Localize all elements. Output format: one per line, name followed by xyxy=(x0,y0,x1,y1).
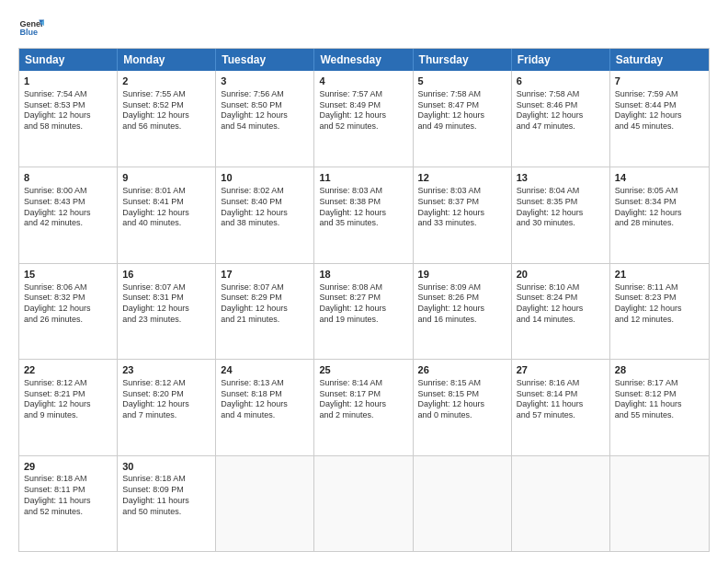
svg-text:Blue: Blue xyxy=(19,28,38,37)
calendar-cell-7: 7Sunrise: 7:59 AMSunset: 8:44 PMDaylight… xyxy=(610,71,709,167)
cell-line: Sunset: 8:35 PM xyxy=(517,197,605,208)
cell-line: Daylight: 12 hours xyxy=(615,304,704,315)
cell-line: Sunrise: 8:07 AM xyxy=(221,282,309,293)
cell-line: Sunset: 8:34 PM xyxy=(615,197,704,208)
calendar-cell-13: 13Sunrise: 8:04 AMSunset: 8:35 PMDayligh… xyxy=(512,167,610,262)
cell-line: and 54 minutes. xyxy=(221,121,309,132)
cell-line: Sunset: 8:24 PM xyxy=(517,293,605,304)
cell-line: Sunset: 8:20 PM xyxy=(122,389,210,400)
cell-line: Sunrise: 8:17 AM xyxy=(615,378,704,389)
calendar-cell-16: 16Sunrise: 8:07 AMSunset: 8:31 PMDayligh… xyxy=(118,264,216,359)
cell-line: Sunset: 8:41 PM xyxy=(122,197,210,208)
cell-line: Sunrise: 8:09 AM xyxy=(418,282,506,293)
cell-line: Daylight: 11 hours xyxy=(122,496,210,507)
header-day-tuesday: Tuesday xyxy=(216,49,314,71)
header-day-thursday: Thursday xyxy=(414,49,512,71)
calendar-cell-5: 5Sunrise: 7:58 AMSunset: 8:47 PMDaylight… xyxy=(414,71,512,167)
calendar-cell-22: 22Sunrise: 8:12 AMSunset: 8:21 PMDayligh… xyxy=(19,360,118,454)
day-number: 15 xyxy=(24,268,112,282)
cell-line: Sunset: 8:44 PM xyxy=(615,100,704,111)
cell-line: Daylight: 12 hours xyxy=(221,208,309,219)
day-number: 3 xyxy=(221,75,309,88)
page: General Blue SundayMondayTuesdayWednesda… xyxy=(0,0,728,563)
cell-line: and 56 minutes. xyxy=(122,121,210,132)
header-day-monday: Monday xyxy=(118,49,216,71)
cell-line: Sunrise: 8:00 AM xyxy=(24,186,112,197)
cell-line: Daylight: 12 hours xyxy=(122,208,210,219)
day-number: 28 xyxy=(615,363,704,377)
calendar-cell-empty-4-5 xyxy=(512,456,610,551)
cell-line: and 38 minutes. xyxy=(221,218,309,229)
cell-line: Daylight: 11 hours xyxy=(24,496,112,507)
day-number: 24 xyxy=(221,363,309,377)
cell-line: and 33 minutes. xyxy=(418,218,506,229)
cell-line: Sunset: 8:50 PM xyxy=(221,100,309,111)
cell-line: and 23 minutes. xyxy=(122,315,210,326)
calendar-cell-15: 15Sunrise: 8:06 AMSunset: 8:32 PMDayligh… xyxy=(19,264,118,359)
cell-line: and 16 minutes. xyxy=(418,315,506,326)
cell-line: Daylight: 12 hours xyxy=(319,208,407,219)
day-number: 21 xyxy=(615,268,704,282)
day-number: 14 xyxy=(615,171,704,185)
calendar-row-3: 15Sunrise: 8:06 AMSunset: 8:32 PMDayligh… xyxy=(19,263,709,359)
cell-line: Sunset: 8:46 PM xyxy=(517,100,605,111)
cell-line: Daylight: 12 hours xyxy=(24,399,112,410)
cell-line: and 2 minutes. xyxy=(319,410,407,421)
cell-line: and 7 minutes. xyxy=(122,410,210,421)
cell-line: Daylight: 12 hours xyxy=(221,304,309,315)
day-number: 22 xyxy=(24,363,112,377)
cell-line: Sunrise: 7:56 AM xyxy=(221,89,309,100)
cell-line: Daylight: 12 hours xyxy=(319,110,407,121)
cell-line: Sunrise: 7:55 AM xyxy=(122,89,210,100)
cell-line: Sunrise: 8:06 AM xyxy=(24,282,112,293)
cell-line: Sunset: 8:21 PM xyxy=(24,389,112,400)
calendar-body: 1Sunrise: 7:54 AMSunset: 8:53 PMDaylight… xyxy=(19,71,709,551)
cell-line: Daylight: 12 hours xyxy=(517,110,605,121)
day-number: 30 xyxy=(122,460,210,474)
calendar-cell-1: 1Sunrise: 7:54 AMSunset: 8:53 PMDaylight… xyxy=(19,71,118,167)
cell-line: Sunrise: 8:10 AM xyxy=(517,282,605,293)
cell-line: and 9 minutes. xyxy=(24,410,112,421)
calendar-cell-10: 10Sunrise: 8:02 AMSunset: 8:40 PMDayligh… xyxy=(216,167,314,262)
day-number: 29 xyxy=(24,460,112,474)
day-number: 10 xyxy=(221,171,309,185)
cell-line: and 40 minutes. xyxy=(122,218,210,229)
cell-line: and 52 minutes. xyxy=(24,507,112,518)
cell-line: and 58 minutes. xyxy=(24,121,112,132)
cell-line: Sunset: 8:40 PM xyxy=(221,197,309,208)
day-number: 17 xyxy=(221,268,309,282)
day-number: 16 xyxy=(122,268,210,282)
calendar-cell-25: 25Sunrise: 8:14 AMSunset: 8:17 PMDayligh… xyxy=(314,360,413,454)
header-day-saturday: Saturday xyxy=(610,49,709,71)
calendar-row-2: 8Sunrise: 8:00 AMSunset: 8:43 PMDaylight… xyxy=(19,167,709,262)
cell-line: Sunset: 8:32 PM xyxy=(24,293,112,304)
cell-line: Sunrise: 8:16 AM xyxy=(517,378,605,389)
cell-line: Sunset: 8:23 PM xyxy=(615,293,704,304)
day-number: 9 xyxy=(122,171,210,185)
calendar-cell-23: 23Sunrise: 8:12 AMSunset: 8:20 PMDayligh… xyxy=(118,360,216,454)
cell-line: Sunset: 8:53 PM xyxy=(24,100,112,111)
calendar-cell-empty-4-2 xyxy=(216,456,314,551)
calendar-cell-empty-4-6 xyxy=(610,456,709,551)
cell-line: Sunset: 8:26 PM xyxy=(418,293,506,304)
calendar-cell-6: 6Sunrise: 7:58 AMSunset: 8:46 PMDaylight… xyxy=(512,71,610,167)
calendar-header: SundayMondayTuesdayWednesdayThursdayFrid… xyxy=(19,49,709,71)
cell-line: Sunrise: 8:08 AM xyxy=(319,282,407,293)
calendar-cell-26: 26Sunrise: 8:15 AMSunset: 8:15 PMDayligh… xyxy=(414,360,512,454)
cell-line: Sunset: 8:15 PM xyxy=(418,389,506,400)
calendar-cell-empty-4-4 xyxy=(414,456,512,551)
cell-line: Sunrise: 8:02 AM xyxy=(221,186,309,197)
cell-line: Sunrise: 8:14 AM xyxy=(319,378,407,389)
calendar-cell-14: 14Sunrise: 8:05 AMSunset: 8:34 PMDayligh… xyxy=(610,167,709,262)
cell-line: and 21 minutes. xyxy=(221,315,309,326)
calendar-cell-24: 24Sunrise: 8:13 AMSunset: 8:18 PMDayligh… xyxy=(216,360,314,454)
cell-line: Sunset: 8:47 PM xyxy=(418,100,506,111)
calendar-cell-19: 19Sunrise: 8:09 AMSunset: 8:26 PMDayligh… xyxy=(414,264,512,359)
cell-line: Sunrise: 8:03 AM xyxy=(319,186,407,197)
cell-line: Daylight: 12 hours xyxy=(221,399,309,410)
calendar-cell-29: 29Sunrise: 8:18 AMSunset: 8:11 PMDayligh… xyxy=(19,456,118,551)
cell-line: and 30 minutes. xyxy=(517,218,605,229)
header-day-friday: Friday xyxy=(512,49,610,71)
cell-line: Sunrise: 8:12 AM xyxy=(24,378,112,389)
cell-line: and 49 minutes. xyxy=(418,121,506,132)
